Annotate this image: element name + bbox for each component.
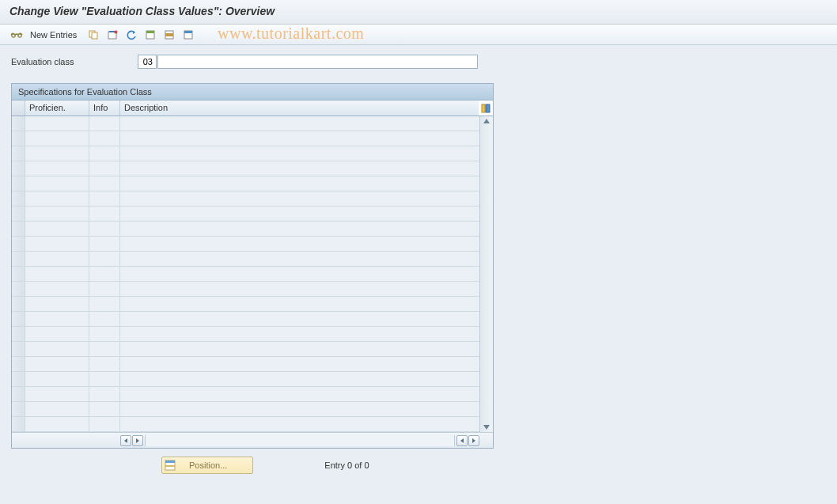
table-row[interactable] [12,342,479,357]
cell-description[interactable] [120,282,479,296]
cell-proficiency[interactable] [25,402,89,416]
row-selector[interactable] [12,176,25,191]
table-row[interactable] [12,297,479,312]
cell-description[interactable] [120,237,479,251]
cell-description[interactable] [120,267,479,281]
cell-description[interactable] [120,402,479,416]
table-row[interactable] [12,146,479,161]
row-selector[interactable] [12,372,25,386]
cell-description[interactable] [120,161,479,176]
cell-description[interactable] [120,327,479,341]
column-selector[interactable] [12,100,25,116]
cell-description[interactable] [120,252,479,266]
row-selector[interactable] [12,342,25,356]
table-row[interactable] [12,161,479,176]
cell-description[interactable] [120,357,479,371]
evaluation-class-input[interactable] [138,55,157,69]
scroll-down-icon[interactable] [483,425,490,430]
cell-proficiency[interactable] [25,131,89,146]
cell-proficiency[interactable] [25,146,89,161]
row-selector[interactable] [12,387,25,401]
scroll-up-icon[interactable] [483,119,490,123]
scroll-first-icon[interactable] [120,435,131,446]
cell-proficiency[interactable] [25,176,89,191]
cell-description[interactable] [120,176,479,191]
delete-icon[interactable] [104,27,121,43]
column-info[interactable]: Info [89,100,120,116]
cell-description[interactable] [120,297,479,311]
table-row[interactable] [12,372,479,387]
cell-description[interactable] [120,342,479,356]
cell-info[interactable] [89,357,120,371]
row-selector[interactable] [12,327,25,341]
cell-info[interactable] [89,327,120,341]
scroll-last-icon[interactable] [468,435,479,446]
table-row[interactable] [12,237,479,252]
table-row[interactable] [12,207,479,222]
table-row[interactable] [12,116,479,131]
row-selector[interactable] [12,282,25,296]
cell-info[interactable] [89,176,120,191]
cell-description[interactable] [120,417,479,431]
row-selector[interactable] [12,131,25,146]
table-row[interactable] [12,282,479,297]
cell-info[interactable] [89,282,120,296]
deselect-all-icon[interactable] [180,27,197,43]
cell-description[interactable] [120,116,479,131]
cell-info[interactable] [89,131,120,146]
row-selector[interactable] [12,252,25,266]
cell-proficiency[interactable] [25,207,89,221]
cell-proficiency[interactable] [25,116,89,131]
row-selector[interactable] [12,267,25,281]
row-selector[interactable] [12,146,25,161]
select-all-icon[interactable] [142,27,159,43]
cell-info[interactable] [89,222,120,236]
table-config-icon[interactable] [479,100,493,116]
copy-icon[interactable] [85,27,102,43]
row-selector[interactable] [12,297,25,311]
row-selector[interactable] [12,161,25,176]
cell-info[interactable] [89,252,120,266]
cell-info[interactable] [89,402,120,416]
cell-info[interactable] [89,146,120,161]
cell-proficiency[interactable] [25,282,89,296]
cell-proficiency[interactable] [25,372,89,386]
cell-proficiency[interactable] [25,237,89,251]
row-selector[interactable] [12,222,25,236]
select-block-icon[interactable] [161,27,178,43]
cell-description[interactable] [120,191,479,206]
cell-description[interactable] [120,222,479,236]
column-description[interactable]: Description [120,100,479,116]
glasses-icon[interactable] [8,27,25,43]
cell-proficiency[interactable] [25,252,89,266]
position-button[interactable]: Position... [161,457,253,474]
cell-proficiency[interactable] [25,417,89,431]
cell-proficiency[interactable] [25,267,89,281]
vertical-scrollbar[interactable] [479,116,493,432]
table-row[interactable] [12,402,479,417]
row-selector[interactable] [12,402,25,416]
cell-proficiency[interactable] [25,387,89,401]
column-proficiency[interactable]: Proficien. [25,100,89,116]
row-selector[interactable] [12,191,25,206]
cell-info[interactable] [89,116,120,131]
cell-description[interactable] [120,146,479,161]
cell-description[interactable] [120,312,479,326]
scroll-right-icon[interactable] [456,435,468,446]
cell-info[interactable] [89,387,120,401]
table-row[interactable] [12,327,479,342]
cell-info[interactable] [89,161,120,176]
cell-proficiency[interactable] [25,297,89,311]
cell-description[interactable] [120,207,479,221]
cell-info[interactable] [89,237,120,251]
cell-proficiency[interactable] [25,161,89,176]
row-selector[interactable] [12,237,25,251]
cell-proficiency[interactable] [25,312,89,326]
table-row[interactable] [12,222,479,237]
cell-proficiency[interactable] [25,222,89,236]
cell-info[interactable] [89,267,120,281]
evaluation-class-description[interactable] [157,55,478,69]
row-selector[interactable] [12,116,25,131]
row-selector[interactable] [12,207,25,221]
cell-proficiency[interactable] [25,357,89,371]
